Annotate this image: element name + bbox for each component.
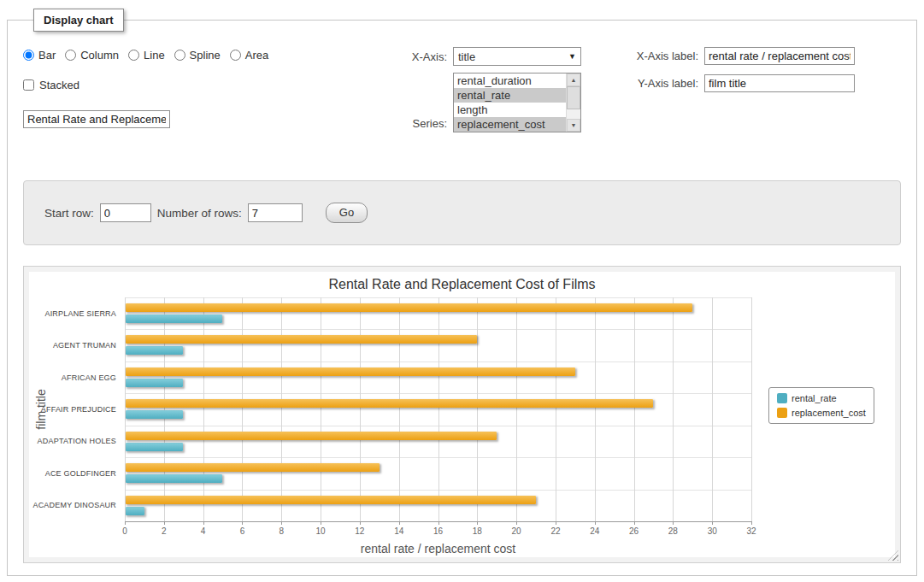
radio-column-input[interactable] bbox=[65, 50, 76, 61]
series-listbox-scrollbar[interactable]: ▲ ▼ bbox=[566, 73, 580, 132]
bar-replacement_cost[interactable] bbox=[126, 303, 692, 312]
chart-title: Rental Rate and Replacement Cost of Film… bbox=[29, 277, 895, 292]
y-axis-label-input[interactable] bbox=[704, 74, 855, 92]
radio-column[interactable]: Column bbox=[65, 49, 119, 62]
bar-replacement_cost[interactable] bbox=[126, 335, 477, 344]
bar-rental_rate[interactable] bbox=[126, 410, 183, 419]
chart-panel: Rental Rate and Replacement Cost of Film… bbox=[23, 266, 901, 563]
legend-label: replacement_cost bbox=[792, 408, 866, 418]
legend-item-replacement_cost[interactable]: replacement_cost bbox=[777, 408, 866, 418]
x-tick-label: 4 bbox=[191, 526, 216, 536]
x-axis-select-row: X-Axis: title ▼ bbox=[372, 47, 581, 66]
x-tick-label: 2 bbox=[151, 526, 177, 536]
category-label: AGENT TRUMAN bbox=[29, 341, 116, 350]
category-label: AFRICAN EGG bbox=[29, 373, 116, 383]
chart-legend: rental_ratereplacement_cost bbox=[768, 387, 874, 424]
x-tick-label: 20 bbox=[503, 526, 529, 536]
series-select-label: Series: bbox=[372, 117, 447, 130]
radio-bar[interactable]: Bar bbox=[23, 49, 56, 62]
series-select-row: Series: rental_durationrental_ratelength… bbox=[372, 73, 581, 132]
chart-controls: Bar Column Line Spline Area Stacked bbox=[23, 38, 901, 168]
series-option-replacement_cost[interactable]: replacement_cost bbox=[454, 117, 566, 132]
x-tick-label: 14 bbox=[386, 526, 412, 536]
radio-spline[interactable]: Spline bbox=[174, 49, 221, 62]
series-option-rental_rate[interactable]: rental_rate bbox=[454, 88, 566, 103]
bar-rental_rate[interactable] bbox=[126, 315, 222, 323]
x-gridline bbox=[164, 297, 165, 521]
stacked-checkbox-row[interactable]: Stacked bbox=[23, 79, 79, 91]
x-tick-label: 30 bbox=[699, 526, 725, 536]
stacked-checkbox[interactable] bbox=[23, 79, 34, 91]
bar-replacement_cost[interactable] bbox=[126, 463, 380, 472]
radio-bar-label: Bar bbox=[38, 49, 56, 62]
legend-item-rental_rate[interactable]: rental_rate bbox=[777, 393, 866, 403]
scroll-up-icon[interactable]: ▲ bbox=[567, 73, 580, 86]
radio-line[interactable]: Line bbox=[128, 49, 165, 62]
x-gridline bbox=[477, 297, 478, 521]
start-row-label: Start row: bbox=[44, 207, 94, 220]
series-option-list: rental_durationrental_ratelengthreplacem… bbox=[454, 73, 566, 132]
radio-spline-input[interactable] bbox=[174, 50, 185, 61]
x-axis-selected-value: title bbox=[458, 50, 475, 63]
y-axis-label-label: Y-Axis label: bbox=[613, 77, 698, 90]
chart-title-input[interactable] bbox=[23, 110, 170, 128]
series-listbox[interactable]: rental_durationrental_ratelengthreplacem… bbox=[453, 73, 581, 132]
go-button[interactable]: Go bbox=[326, 203, 368, 223]
bar-replacement_cost[interactable] bbox=[126, 367, 575, 376]
series-option-length[interactable]: length bbox=[454, 103, 566, 117]
category-label: AFFAIR PREJUDICE bbox=[29, 405, 116, 414]
series-option-rental_duration[interactable]: rental_duration bbox=[454, 73, 566, 88]
radio-line-input[interactable] bbox=[128, 50, 139, 61]
category-label: ACADEMY DINOSAUR bbox=[29, 501, 116, 510]
x-gridline bbox=[556, 297, 556, 521]
x-axis-select-label: X-Axis: bbox=[372, 50, 447, 63]
x-gridline bbox=[751, 297, 752, 521]
x-gridline bbox=[399, 297, 400, 521]
bar-rental_rate[interactable] bbox=[126, 346, 183, 355]
bar-rental_rate[interactable] bbox=[126, 474, 222, 483]
x-axis-line bbox=[125, 521, 752, 522]
bar-rental_rate[interactable] bbox=[126, 379, 183, 387]
x-tick-label: 16 bbox=[426, 526, 451, 536]
number-of-rows-input[interactable] bbox=[248, 203, 303, 222]
x-tick-label: 8 bbox=[268, 526, 294, 536]
number-of-rows-label: Number of rows: bbox=[157, 207, 242, 220]
bar-replacement_cost[interactable] bbox=[126, 432, 497, 440]
rows-panel: Start row: Number of rows: Go bbox=[23, 180, 901, 245]
x-gridline bbox=[673, 297, 674, 521]
x-axis-title: rental rate / replacement cost bbox=[125, 542, 751, 556]
start-row-input[interactable] bbox=[100, 203, 151, 222]
x-gridline bbox=[242, 297, 243, 521]
bar-rental_rate[interactable] bbox=[126, 507, 144, 515]
legend-label: rental_rate bbox=[792, 393, 837, 403]
x-tick-label: 18 bbox=[464, 526, 490, 536]
bar-replacement_cost[interactable] bbox=[126, 496, 536, 504]
x-tick-label: 10 bbox=[308, 526, 333, 536]
x-gridline bbox=[634, 297, 635, 521]
x-gridline bbox=[203, 297, 204, 521]
scroll-down-icon[interactable]: ▼ bbox=[567, 119, 580, 132]
x-tick-label: 12 bbox=[347, 526, 373, 536]
radio-area[interactable]: Area bbox=[230, 49, 268, 62]
radio-bar-input[interactable] bbox=[23, 50, 34, 61]
bar-replacement_cost[interactable] bbox=[126, 399, 653, 408]
radio-area-input[interactable] bbox=[230, 50, 241, 61]
stacked-label: Stacked bbox=[39, 79, 79, 91]
scrollbar-thumb[interactable] bbox=[567, 86, 580, 109]
chart-type-radio-group: Bar Column Line Spline Area bbox=[23, 49, 268, 62]
legend-swatch bbox=[777, 393, 787, 403]
x-gridline bbox=[712, 297, 713, 521]
bar-rental_rate[interactable] bbox=[126, 443, 183, 451]
radio-line-label: Line bbox=[144, 49, 165, 62]
x-axis-select[interactable]: title ▼ bbox=[453, 47, 581, 66]
x-gridline bbox=[125, 297, 126, 521]
x-axis-label-input[interactable] bbox=[704, 47, 855, 65]
x-tick-label: 28 bbox=[660, 526, 686, 536]
x-gridline bbox=[360, 297, 361, 521]
y-axis-label-row: Y-Axis label: bbox=[613, 74, 855, 92]
x-tick-label: 26 bbox=[621, 526, 647, 536]
chart: Rental Rate and Replacement Cost of Film… bbox=[29, 272, 895, 557]
display-chart-panel: Display chart Bar Column Line Spline Are… bbox=[7, 9, 917, 576]
category-label: ACE GOLDFINGER bbox=[29, 469, 116, 479]
x-axis-label-label: X-Axis label: bbox=[613, 50, 698, 62]
